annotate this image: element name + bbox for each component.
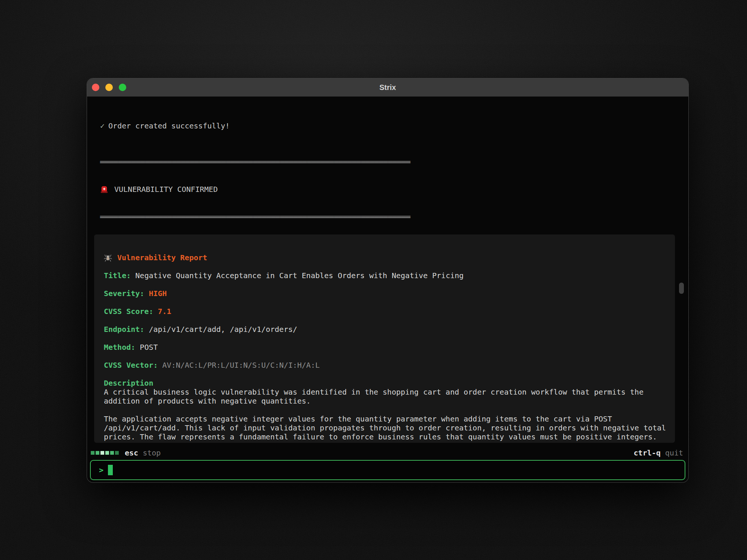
report-field-method: Method: POST [104,343,672,352]
activity-spinner [91,451,119,455]
check-icon: ✓ [100,121,105,130]
log-vulnerability-confirmed: VULNERABILITY CONFIRMED [100,185,410,194]
description-paragraph-1: A critical business logic vulnerability … [104,388,672,405]
text-cursor [108,465,113,475]
siren-icon [100,185,108,193]
quit-action-label: quit [665,448,683,457]
spinner-dot [91,451,94,455]
report-field-severity: Severity: HIGH [104,289,672,298]
report-field-endpoint: Endpoint: /api/v1/cart/add, /api/v1/orde… [104,325,672,334]
status-bar: esc stop ctrl-q quit [91,447,683,458]
scrollbar-thumb[interactable] [679,283,684,294]
minimize-window-button[interactable] [105,84,113,91]
spinner-dot [100,451,104,455]
report-field-title: Title: Negative Quantity Acceptance in C… [104,271,672,280]
desktop-background: Strix ✓Order created successfully! ═════… [0,0,747,560]
spinner-dot [96,451,99,455]
prompt-chevron: > [99,466,103,475]
zoom-window-button[interactable] [119,84,126,91]
description-heading: Description [104,379,672,388]
stop-action-label: stop [143,448,161,457]
spinner-dot [110,451,114,455]
divider-line: ════════════════════════════════════════… [100,158,410,167]
report-field-cvss-score: CVSS Score: 7.1 [104,307,672,316]
window-titlebar: Strix [87,78,688,97]
spinner-dot [115,451,119,455]
spider-icon [104,253,112,262]
spinner-dot [105,451,109,455]
window-title: Strix [87,83,688,92]
ctrl-q-key-hint: ctrl-q [634,448,661,457]
vulnerability-report-panel: Vulnerability Report Title: Negative Qua… [94,234,675,443]
description-paragraph-2: The application accepts negative integer… [104,414,672,441]
command-input[interactable]: > [90,460,685,480]
esc-key-hint: esc [125,448,138,457]
report-header: Vulnerability Report [104,253,672,262]
window-controls [92,84,126,91]
divider-line: ════════════════════════════════════════… [100,212,410,222]
log-order-created: ✓Order created successfully! [100,121,410,131]
report-field-cvss-vector: CVSS Vector: AV:N/AC:L/PR:L/UI:N/S:U/C:N… [104,361,672,370]
close-window-button[interactable] [92,84,99,91]
strix-terminal-window: Strix ✓Order created successfully! ═════… [87,78,688,482]
